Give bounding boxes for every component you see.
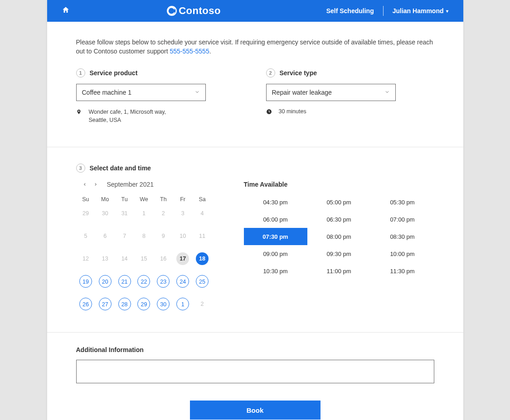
time-slot[interactable]: 06:00 pm <box>244 211 307 228</box>
calendar-day: 5 <box>79 230 92 242</box>
calendar-day[interactable]: 28 <box>118 298 131 310</box>
time-slot[interactable]: 08:30 pm <box>371 228 434 245</box>
step-1-title: Service product <box>90 69 138 77</box>
calendar-day[interactable]: 27 <box>99 298 112 310</box>
step-2-title: Service type <box>280 69 317 77</box>
time-slot[interactable]: 09:00 pm <box>244 245 307 262</box>
calendar-day: 2 <box>157 207 170 220</box>
brand-logo: Contoso <box>166 5 221 17</box>
calendar-day: 16 <box>157 252 170 265</box>
calendar-day[interactable]: 22 <box>137 275 150 288</box>
calendar-day: 1 <box>137 207 150 220</box>
calendar-day-header: Mo <box>95 193 115 205</box>
calendar-day: 14 <box>118 252 131 265</box>
intro-text: Please follow steps below to schedule yo… <box>76 38 434 56</box>
calendar-day: 31 <box>118 207 131 220</box>
location-pin-icon <box>76 109 83 116</box>
service-duration: 30 minutes <box>279 108 306 115</box>
calendar-day[interactable]: 26 <box>79 298 92 310</box>
calendar-day[interactable]: 24 <box>176 275 189 288</box>
calendar-month-label: September 2021 <box>107 181 154 188</box>
user-name-label: Julian Hammond <box>393 7 444 14</box>
calendar-prev-button[interactable] <box>83 181 87 188</box>
calendar-day[interactable]: 20 <box>99 275 112 288</box>
calendar-day: 30 <box>99 207 112 220</box>
time-slot[interactable]: 10:00 pm <box>371 245 434 262</box>
step-2-service-type: 2 Service type Repair water leakage 30 m… <box>266 68 434 124</box>
chevron-down-icon <box>384 89 390 96</box>
calendar-day-header: Fr <box>173 193 193 205</box>
calendar-day: 4 <box>196 207 209 220</box>
additional-information-section: Additional Information Book <box>47 333 463 420</box>
calendar-next-button[interactable] <box>93 181 98 188</box>
calendar-day: 9 <box>157 230 170 242</box>
additional-info-title: Additional Information <box>76 346 144 353</box>
additional-info-input[interactable] <box>76 360 434 383</box>
time-available-title: Time Available <box>244 181 434 188</box>
calendar-day[interactable]: 1 <box>176 298 189 310</box>
calendar-day[interactable]: 30 <box>157 298 170 310</box>
chevron-down-icon: ▾ <box>446 9 448 14</box>
time-slot[interactable]: 05:00 pm <box>307 193 371 211</box>
service-product-location: Wonder cafe, 1, Microsoft way, Seattle, … <box>89 108 170 124</box>
time-slot[interactable]: 07:30 pm <box>244 228 307 245</box>
calendar-day[interactable]: 29 <box>137 298 150 310</box>
time-slot[interactable]: 04:30 pm <box>244 193 307 211</box>
calendar-day[interactable]: 23 <box>157 275 170 288</box>
calendar-day[interactable]: 25 <box>196 275 209 288</box>
intro-part-b: . <box>209 48 211 55</box>
calendar-day: 3 <box>176 207 189 220</box>
service-type-value: Repair water leakage <box>272 89 332 96</box>
step-3-title: Select date and time <box>90 164 151 172</box>
app-header: Contoso Self Scheduling Julian Hammond ▾ <box>47 0 463 22</box>
step-3-select-date-time: 3 Select date and time September 2021 Su… <box>47 147 463 332</box>
user-menu[interactable]: Julian Hammond ▾ <box>384 7 449 14</box>
step-number-1: 1 <box>76 68 85 77</box>
brand-name: Contoso <box>179 5 221 17</box>
calendar-day: 8 <box>137 230 150 242</box>
step-1-service-product: 1 Service product Coffee machine 1 Wonde… <box>76 68 244 124</box>
calendar-day: 6 <box>99 230 112 242</box>
time-slots: Time Available 04:30 pm05:00 pm05:30 pm0… <box>226 181 434 319</box>
home-icon[interactable] <box>62 6 70 16</box>
service-type-select[interactable]: Repair water leakage <box>266 84 396 101</box>
calendar-day-header: Sa <box>193 193 212 205</box>
calendar-day-header: Su <box>76 193 96 205</box>
time-slot[interactable]: 05:30 pm <box>371 193 434 211</box>
calendar: September 2021 SuMoTuWeThFrSa 2930311234… <box>76 181 212 319</box>
calendar-day: 15 <box>137 252 150 265</box>
step-number-2: 2 <box>266 68 275 77</box>
time-slot[interactable]: 11:30 pm <box>371 262 434 280</box>
calendar-day[interactable]: 19 <box>79 275 92 288</box>
calendar-day: 13 <box>99 252 112 265</box>
calendar-day[interactable]: 17 <box>176 252 189 265</box>
calendar-day-header: Tu <box>115 193 134 205</box>
intro-part-a: Please follow steps below to schedule yo… <box>76 39 433 55</box>
calendar-day: 12 <box>79 252 92 265</box>
book-button[interactable]: Book <box>190 401 321 420</box>
calendar-day-header: We <box>134 193 154 205</box>
chevron-down-icon <box>194 89 200 96</box>
self-scheduling-link[interactable]: Self Scheduling <box>317 7 383 14</box>
calendar-day: 11 <box>196 230 209 242</box>
time-slot[interactable]: 08:00 pm <box>307 228 371 245</box>
time-slot[interactable]: 06:30 pm <box>307 211 371 228</box>
service-product-select[interactable]: Coffee machine 1 <box>76 84 206 101</box>
time-slot[interactable]: 07:00 pm <box>371 211 434 228</box>
calendar-day: 7 <box>118 230 131 242</box>
calendar-day: 10 <box>176 230 189 242</box>
step-number-3: 3 <box>76 164 85 173</box>
calendar-day-header: Th <box>154 193 173 205</box>
service-product-value: Coffee machine 1 <box>82 89 131 96</box>
time-slot[interactable]: 11:00 pm <box>307 262 371 280</box>
clock-icon <box>266 109 272 116</box>
time-slot[interactable]: 09:30 pm <box>307 245 371 262</box>
calendar-day: 29 <box>79 207 92 220</box>
calendar-day[interactable]: 21 <box>118 275 131 288</box>
support-phone-link[interactable]: 555-555-5555 <box>170 48 209 55</box>
calendar-day: 2 <box>196 298 209 310</box>
time-slot[interactable]: 10:30 pm <box>244 262 307 280</box>
calendar-day[interactable]: 18 <box>196 252 209 265</box>
